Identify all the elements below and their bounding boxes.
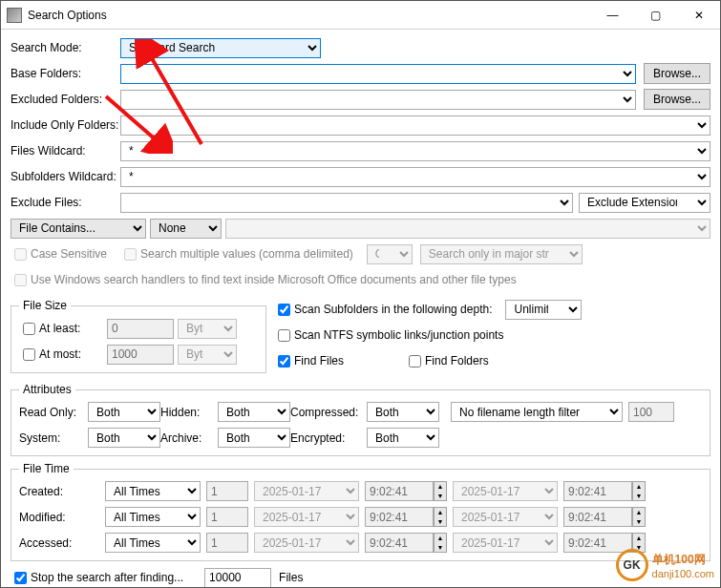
browse-excluded-button[interactable]: Browse...: [644, 89, 710, 110]
accessed-n[interactable]: [206, 533, 248, 553]
excluded-folders-input[interactable]: [120, 90, 636, 110]
accessed-mode[interactable]: All Times: [105, 533, 201, 553]
accessed-time1[interactable]: [365, 533, 434, 553]
case-sensitive-check[interactable]: [14, 248, 27, 261]
subfolders-wildcard-label: Subfolders Wildcard:: [11, 170, 120, 183]
created-date2[interactable]: 2025-01-17: [453, 481, 558, 501]
base-folders-label: Base Folders:: [11, 67, 120, 80]
modified-date1[interactable]: 2025-01-17: [254, 507, 359, 527]
include-only-input[interactable]: [120, 116, 710, 136]
app-icon: [7, 8, 22, 23]
stop-after-check[interactable]: [14, 572, 27, 584]
attributes-legend: Attributes: [19, 383, 75, 396]
none-select[interactable]: None: [150, 219, 222, 239]
contains-value-input[interactable]: [225, 219, 710, 239]
find-folders-check[interactable]: [409, 355, 421, 368]
system-select[interactable]: Both: [88, 428, 160, 448]
modified-mode[interactable]: All Times: [105, 507, 201, 527]
search-mode-select[interactable]: Standard Search: [120, 38, 321, 58]
window-title: Search Options: [28, 9, 591, 22]
subfolders-wildcard-input[interactable]: *: [120, 167, 710, 187]
scan-subfolders-check[interactable]: [278, 304, 290, 316]
watermark: GK 单机100网 danji100.com: [616, 549, 714, 581]
at-least-unit[interactable]: Bytes: [178, 319, 237, 339]
minimize-button[interactable]: —: [591, 2, 634, 29]
at-least-value[interactable]: [107, 319, 174, 339]
maximize-button[interactable]: ▢: [634, 2, 677, 29]
use-windows-check[interactable]: [14, 274, 27, 286]
modified-n[interactable]: [206, 507, 248, 527]
created-mode[interactable]: All Times: [105, 481, 201, 501]
created-time1[interactable]: [365, 481, 434, 501]
files-wildcard-label: Files Wildcard:: [11, 144, 120, 158]
files-wildcard-input[interactable]: *: [120, 141, 710, 161]
at-least-check[interactable]: [23, 323, 35, 335]
file-contains-select[interactable]: File Contains...: [11, 219, 146, 239]
search-mode-label: Search Mode:: [11, 41, 120, 54]
search-multiple-check[interactable]: [124, 248, 137, 261]
or-select[interactable]: Or: [367, 244, 413, 264]
created-date1[interactable]: 2025-01-17: [254, 481, 359, 501]
encrypted-select[interactable]: Both: [367, 428, 439, 448]
exclude-files-label: Exclude Files:: [11, 196, 120, 209]
hidden-select[interactable]: Both: [218, 402, 290, 422]
at-most-check[interactable]: [23, 348, 35, 361]
base-folders-input[interactable]: [120, 64, 636, 84]
filename-length-value[interactable]: [628, 402, 674, 422]
exclude-extensions-select[interactable]: Exclude Extensions List: [579, 193, 710, 213]
browse-base-button[interactable]: Browse...: [644, 63, 710, 84]
close-window-button[interactable]: ✕: [677, 2, 720, 29]
scan-ntfs-check[interactable]: [278, 329, 290, 342]
modified-date2[interactable]: 2025-01-17: [453, 507, 558, 527]
filename-length-filter[interactable]: No filename length filter: [451, 402, 623, 422]
compressed-select[interactable]: Both: [367, 402, 439, 422]
archive-select[interactable]: Both: [218, 428, 290, 448]
file-size-legend: File Size: [19, 299, 71, 312]
filetime-legend: File Time: [19, 462, 74, 475]
accessed-date2[interactable]: 2025-01-17: [453, 533, 558, 553]
readonly-select[interactable]: Both: [88, 402, 160, 422]
created-time2[interactable]: [563, 481, 632, 501]
excluded-folders-label: Excluded Folders:: [11, 93, 120, 106]
at-most-unit[interactable]: Bytes: [178, 345, 237, 365]
depth-select[interactable]: Unlimited: [505, 300, 582, 320]
include-only-label: Include Only Folders:: [11, 118, 120, 132]
search-major-select[interactable]: Search only in major streams: [420, 244, 583, 264]
stop-after-value[interactable]: [204, 568, 271, 588]
at-most-value[interactable]: [107, 345, 174, 365]
modified-time1[interactable]: [365, 507, 434, 527]
created-n[interactable]: [206, 481, 248, 501]
find-files-check[interactable]: [278, 355, 290, 368]
exclude-files-input[interactable]: [120, 193, 573, 213]
accessed-date1[interactable]: 2025-01-17: [254, 533, 359, 553]
modified-time2[interactable]: [563, 507, 632, 527]
